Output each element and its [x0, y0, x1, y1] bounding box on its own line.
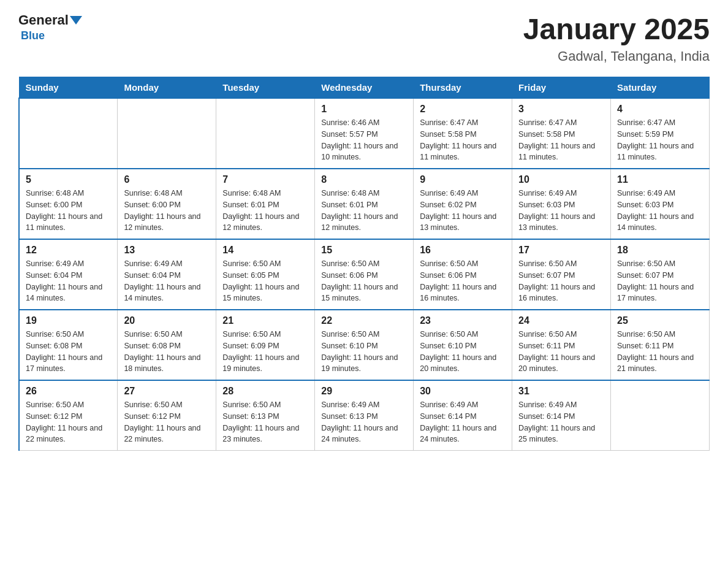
day-info: Sunrise: 6:50 AM Sunset: 6:12 PM Dayligh…	[26, 399, 111, 445]
day-number: 17	[518, 245, 604, 256]
calendar-cell: 12Sunrise: 6:49 AM Sunset: 6:04 PM Dayli…	[19, 239, 118, 310]
day-number: 5	[26, 174, 111, 185]
day-header-sunday: Sunday	[19, 77, 118, 99]
calendar-week-row: 5Sunrise: 6:48 AM Sunset: 6:00 PM Daylig…	[19, 169, 710, 239]
day-number: 23	[420, 315, 506, 326]
calendar-cell: 7Sunrise: 6:48 AM Sunset: 6:01 PM Daylig…	[216, 169, 315, 239]
calendar-cell: 14Sunrise: 6:50 AM Sunset: 6:05 PM Dayli…	[216, 239, 315, 310]
calendar-cell: 17Sunrise: 6:50 AM Sunset: 6:07 PM Dayli…	[512, 239, 611, 310]
day-info: Sunrise: 6:50 AM Sunset: 6:08 PM Dayligh…	[26, 329, 111, 375]
day-info: Sunrise: 6:47 AM Sunset: 5:58 PM Dayligh…	[518, 117, 604, 163]
logo-triangle-icon	[70, 16, 82, 25]
day-number: 14	[222, 245, 308, 256]
day-number: 1	[321, 104, 407, 115]
day-number: 31	[518, 386, 604, 397]
calendar-cell: 5Sunrise: 6:48 AM Sunset: 6:00 PM Daylig…	[19, 169, 118, 239]
day-number: 15	[321, 245, 407, 256]
day-info: Sunrise: 6:49 AM Sunset: 6:03 PM Dayligh…	[617, 188, 703, 234]
calendar-cell: 21Sunrise: 6:50 AM Sunset: 6:09 PM Dayli…	[216, 310, 315, 380]
day-info: Sunrise: 6:50 AM Sunset: 6:11 PM Dayligh…	[617, 329, 703, 375]
calendar-cell: 23Sunrise: 6:50 AM Sunset: 6:10 PM Dayli…	[414, 310, 512, 380]
calendar-cell: 10Sunrise: 6:49 AM Sunset: 6:03 PM Dayli…	[512, 169, 611, 239]
day-number: 4	[617, 104, 703, 115]
calendar-cell: 2Sunrise: 6:47 AM Sunset: 5:58 PM Daylig…	[414, 98, 512, 169]
logo: General Blue	[18, 12, 82, 42]
day-info: Sunrise: 6:48 AM Sunset: 6:01 PM Dayligh…	[321, 188, 407, 234]
logo-blue: Blue	[21, 29, 45, 42]
day-number: 8	[321, 174, 407, 185]
calendar-cell: 6Sunrise: 6:48 AM Sunset: 6:00 PM Daylig…	[118, 169, 216, 239]
calendar-cell: 18Sunrise: 6:50 AM Sunset: 6:07 PM Dayli…	[611, 239, 710, 310]
day-info: Sunrise: 6:49 AM Sunset: 6:14 PM Dayligh…	[518, 399, 604, 445]
calendar-cell	[216, 98, 315, 169]
calendar-cell: 4Sunrise: 6:47 AM Sunset: 5:59 PM Daylig…	[611, 98, 710, 169]
title-block: January 2025 Gadwal, Telangana, India	[523, 12, 710, 64]
day-number: 3	[518, 104, 604, 115]
main-title: January 2025	[523, 12, 710, 46]
day-number: 18	[617, 245, 703, 256]
day-number: 26	[26, 386, 111, 397]
logo-name: General	[18, 12, 69, 28]
day-header-thursday: Thursday	[414, 77, 512, 99]
day-info: Sunrise: 6:48 AM Sunset: 6:01 PM Dayligh…	[222, 188, 308, 234]
day-info: Sunrise: 6:50 AM Sunset: 6:07 PM Dayligh…	[518, 258, 604, 304]
day-info: Sunrise: 6:50 AM Sunset: 6:05 PM Dayligh…	[222, 258, 308, 304]
calendar-cell: 1Sunrise: 6:46 AM Sunset: 5:57 PM Daylig…	[315, 98, 414, 169]
calendar-cell: 30Sunrise: 6:49 AM Sunset: 6:14 PM Dayli…	[414, 380, 512, 451]
calendar-cell: 25Sunrise: 6:50 AM Sunset: 6:11 PM Dayli…	[611, 310, 710, 380]
day-header-monday: Monday	[118, 77, 216, 99]
day-number: 6	[124, 174, 210, 185]
day-number: 29	[321, 386, 407, 397]
calendar-header-row: SundayMondayTuesdayWednesdayThursdayFrid…	[19, 77, 710, 99]
page-header: General Blue January 2025 Gadwal, Telang…	[18, 12, 710, 64]
calendar-cell: 24Sunrise: 6:50 AM Sunset: 6:11 PM Dayli…	[512, 310, 611, 380]
day-info: Sunrise: 6:49 AM Sunset: 6:14 PM Dayligh…	[420, 399, 506, 445]
day-number: 11	[617, 174, 703, 185]
day-number: 24	[518, 315, 604, 326]
day-number: 2	[420, 104, 506, 115]
calendar-cell: 8Sunrise: 6:48 AM Sunset: 6:01 PM Daylig…	[315, 169, 414, 239]
calendar-cell: 16Sunrise: 6:50 AM Sunset: 6:06 PM Dayli…	[414, 239, 512, 310]
day-header-wednesday: Wednesday	[315, 77, 414, 99]
day-info: Sunrise: 6:50 AM Sunset: 6:09 PM Dayligh…	[222, 329, 308, 375]
calendar-cell: 19Sunrise: 6:50 AM Sunset: 6:08 PM Dayli…	[19, 310, 118, 380]
day-info: Sunrise: 6:47 AM Sunset: 5:58 PM Dayligh…	[420, 117, 506, 163]
day-info: Sunrise: 6:48 AM Sunset: 6:00 PM Dayligh…	[26, 188, 111, 234]
calendar-cell: 3Sunrise: 6:47 AM Sunset: 5:58 PM Daylig…	[512, 98, 611, 169]
day-info: Sunrise: 6:49 AM Sunset: 6:04 PM Dayligh…	[26, 258, 111, 304]
day-info: Sunrise: 6:50 AM Sunset: 6:08 PM Dayligh…	[124, 329, 210, 375]
calendar-week-row: 1Sunrise: 6:46 AM Sunset: 5:57 PM Daylig…	[19, 98, 710, 169]
day-info: Sunrise: 6:49 AM Sunset: 6:02 PM Dayligh…	[420, 188, 506, 234]
day-header-saturday: Saturday	[611, 77, 710, 99]
day-info: Sunrise: 6:47 AM Sunset: 5:59 PM Dayligh…	[617, 117, 703, 163]
calendar-cell: 11Sunrise: 6:49 AM Sunset: 6:03 PM Dayli…	[611, 169, 710, 239]
day-info: Sunrise: 6:50 AM Sunset: 6:10 PM Dayligh…	[321, 329, 407, 375]
calendar-cell: 31Sunrise: 6:49 AM Sunset: 6:14 PM Dayli…	[512, 380, 611, 451]
calendar-week-row: 26Sunrise: 6:50 AM Sunset: 6:12 PM Dayli…	[19, 380, 710, 451]
calendar-table: SundayMondayTuesdayWednesdayThursdayFrid…	[18, 77, 710, 451]
calendar-cell: 26Sunrise: 6:50 AM Sunset: 6:12 PM Dayli…	[19, 380, 118, 451]
calendar-cell: 13Sunrise: 6:49 AM Sunset: 6:04 PM Dayli…	[118, 239, 216, 310]
day-info: Sunrise: 6:50 AM Sunset: 6:11 PM Dayligh…	[518, 329, 604, 375]
day-number: 22	[321, 315, 407, 326]
day-info: Sunrise: 6:50 AM Sunset: 6:06 PM Dayligh…	[321, 258, 407, 304]
day-info: Sunrise: 6:46 AM Sunset: 5:57 PM Dayligh…	[321, 117, 407, 163]
day-number: 21	[222, 315, 308, 326]
calendar-cell: 15Sunrise: 6:50 AM Sunset: 6:06 PM Dayli…	[315, 239, 414, 310]
calendar-cell	[118, 98, 216, 169]
day-number: 13	[124, 245, 210, 256]
day-info: Sunrise: 6:50 AM Sunset: 6:10 PM Dayligh…	[420, 329, 506, 375]
calendar-week-row: 12Sunrise: 6:49 AM Sunset: 6:04 PM Dayli…	[19, 239, 710, 310]
day-info: Sunrise: 6:50 AM Sunset: 6:07 PM Dayligh…	[617, 258, 703, 304]
day-number: 12	[26, 245, 111, 256]
calendar-cell: 9Sunrise: 6:49 AM Sunset: 6:02 PM Daylig…	[414, 169, 512, 239]
calendar-cell	[19, 98, 118, 169]
day-number: 20	[124, 315, 210, 326]
calendar-cell: 22Sunrise: 6:50 AM Sunset: 6:10 PM Dayli…	[315, 310, 414, 380]
calendar-cell: 20Sunrise: 6:50 AM Sunset: 6:08 PM Dayli…	[118, 310, 216, 380]
day-info: Sunrise: 6:49 AM Sunset: 6:13 PM Dayligh…	[321, 399, 407, 445]
day-info: Sunrise: 6:49 AM Sunset: 6:03 PM Dayligh…	[518, 188, 604, 234]
day-info: Sunrise: 6:50 AM Sunset: 6:13 PM Dayligh…	[222, 399, 308, 445]
day-number: 10	[518, 174, 604, 185]
day-number: 16	[420, 245, 506, 256]
